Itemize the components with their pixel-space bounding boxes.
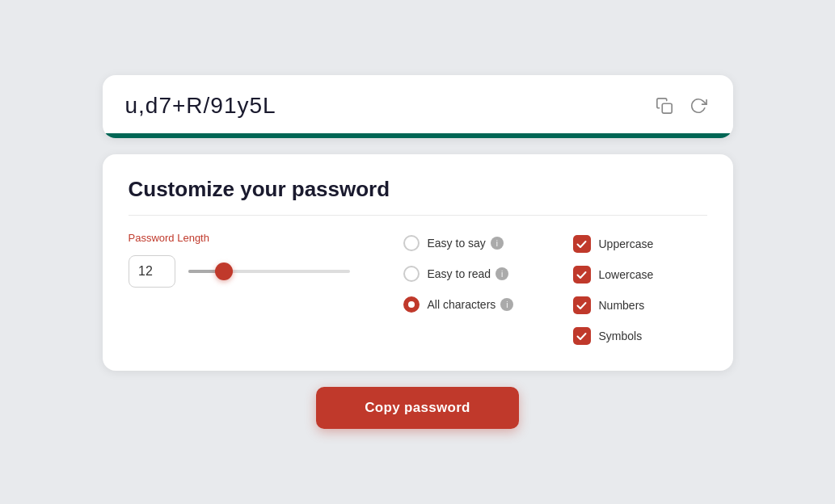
- length-section: Password Length: [129, 232, 403, 288]
- numbers-label: Numbers: [599, 299, 645, 312]
- slider-track: [188, 270, 350, 273]
- checkbox-lowercase-box: [573, 266, 591, 284]
- checkbox-uppercase-box: [573, 235, 591, 253]
- checkbox-uppercase[interactable]: Uppercase: [573, 235, 707, 253]
- radio-all-characters[interactable]: All characters i: [403, 296, 573, 313]
- radio-easy-to-say-circle: [403, 235, 420, 251]
- radio-easy-to-say[interactable]: Easy to say i: [403, 235, 573, 251]
- radio-easy-to-say-label: Easy to say i: [428, 237, 504, 250]
- lowercase-label: Lowercase: [599, 268, 654, 281]
- copy-password-button[interactable]: Copy password: [316, 387, 518, 429]
- radio-easy-to-read-circle: [403, 266, 420, 282]
- checkbox-symbols-box: [573, 327, 591, 345]
- password-display-row: u,d7+R/91y5L: [103, 75, 733, 133]
- copy-icon: [656, 97, 673, 115]
- checkbox-section: Uppercase Lowercase: [573, 232, 707, 345]
- length-input[interactable]: [129, 255, 175, 288]
- length-label: Password Length: [129, 232, 403, 244]
- length-controls: [129, 255, 403, 288]
- checkbox-numbers-box: [573, 296, 591, 314]
- checkbox-lowercase[interactable]: Lowercase: [573, 266, 707, 284]
- easy-to-say-info-icon[interactable]: i: [491, 237, 504, 250]
- customize-title: Customize your password: [129, 177, 707, 216]
- radio-all-characters-circle: [403, 296, 420, 313]
- easy-to-read-info-icon[interactable]: i: [496, 267, 508, 280]
- checkbox-numbers[interactable]: Numbers: [573, 296, 707, 314]
- checkmark-icon: [576, 300, 587, 311]
- checkmark-icon: [576, 239, 587, 250]
- char-type-section: Easy to say i Easy to read i All charact…: [403, 232, 573, 313]
- copy-icon-button[interactable]: [652, 94, 677, 118]
- slider-thumb[interactable]: [215, 262, 233, 280]
- slider-container[interactable]: [188, 255, 403, 288]
- password-value: u,d7+R/91y5L: [125, 93, 276, 119]
- all-characters-info-icon[interactable]: i: [500, 298, 513, 311]
- radio-easy-to-read-label: Easy to read i: [428, 267, 509, 280]
- svg-rect-0: [662, 103, 672, 113]
- symbols-label: Symbols: [599, 330, 643, 342]
- checkmark-icon: [576, 331, 587, 342]
- checkbox-symbols[interactable]: Symbols: [573, 327, 707, 345]
- password-icons: [652, 94, 711, 118]
- main-container: u,d7+R/91y5L Customize your pa: [103, 75, 733, 429]
- checkmark-icon: [576, 270, 587, 280]
- options-row: Password Length Easy to say: [129, 232, 707, 345]
- refresh-icon-button[interactable]: [686, 94, 711, 118]
- radio-all-characters-label: All characters i: [428, 298, 514, 311]
- uppercase-label: Uppercase: [599, 237, 654, 250]
- refresh-icon: [690, 97, 707, 115]
- customize-card: Customize your password Password Length: [103, 154, 733, 371]
- strength-bar: [103, 133, 733, 138]
- radio-easy-to-read[interactable]: Easy to read i: [403, 266, 573, 282]
- password-display-card: u,d7+R/91y5L: [103, 75, 733, 138]
